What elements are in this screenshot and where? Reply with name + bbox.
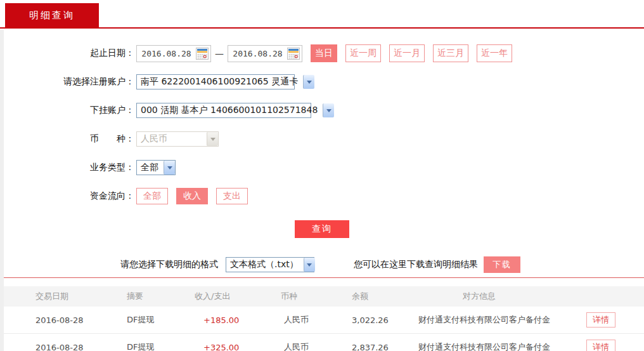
query-button[interactable]: 查询 — [295, 220, 349, 238]
quick-range-quarter-button[interactable]: 近三月 — [433, 44, 468, 62]
sub-account-label: 下挂账户： — [0, 105, 134, 116]
chevron-down-icon[interactable] — [164, 161, 175, 175]
cell-currency: 人民币 — [281, 341, 352, 351]
table-row: 2016-08-28 DF提现 +185.00 人民币 3,022.26 财付通… — [0, 307, 644, 334]
download-format-label: 请您选择下载明细的格式 — [120, 259, 218, 270]
business-type-row: 业务类型： 全部 — [0, 159, 644, 176]
register-account-value: 南平 6222001406100921065 灵通卡 — [137, 75, 303, 89]
detail-button[interactable]: 详情 — [586, 312, 615, 328]
cell-summary: DF提现 — [127, 341, 195, 351]
cell-currency: 人民币 — [281, 314, 352, 326]
cell-amount: +325.00 — [195, 343, 281, 351]
start-date-value: 2016.08.28 — [137, 49, 196, 58]
cell-counterparty: 财付通支付科技有限公司客户备付金 — [418, 341, 583, 351]
header-amount: 收入/支出 — [195, 291, 281, 302]
tab-bar: 明细查询 — [0, 0, 644, 29]
cell-balance: 3,022.26 — [352, 315, 418, 325]
header-summary: 摘要 — [127, 291, 195, 302]
start-date-input[interactable]: 2016.08.28 — [136, 45, 211, 62]
cell-action: 详情 — [583, 312, 644, 328]
download-row: 请您选择下载明细的格式 文本格式（.txt） 您可以在这里下载查询明细结果 下载 — [0, 256, 644, 273]
cell-amount: +185.00 — [195, 315, 281, 325]
table-header-row: 交易日期 摘要 收入/支出 币种 余额 对方信息 — [0, 286, 644, 307]
download-hint: 您可以在这里下载查询明细结果 — [354, 259, 478, 270]
calendar-icon[interactable] — [287, 48, 300, 60]
quick-range-week-button[interactable]: 近一周 — [345, 44, 381, 62]
download-button[interactable]: 下载 — [484, 256, 520, 273]
currency-select: 人民币 — [136, 131, 219, 147]
currency-label: 币 种： — [0, 133, 134, 145]
calendar-icon[interactable] — [196, 48, 209, 60]
chevron-down-icon[interactable] — [323, 103, 334, 117]
business-type-select[interactable]: 全部 — [136, 160, 176, 175]
header-counterparty: 对方信息 — [418, 291, 583, 302]
quick-range-month-button[interactable]: 近一月 — [389, 44, 425, 62]
end-date-input[interactable]: 2016.08.28 — [228, 45, 302, 62]
detail-button[interactable]: 详情 — [586, 340, 615, 351]
tab-label: 明细查询 — [29, 10, 75, 22]
sub-account-row: 下挂账户： 000 活期 基本户 1406600101102571848 — [0, 102, 644, 119]
fund-flow-income-button[interactable]: 收入 — [176, 188, 208, 204]
header-date: 交易日期 — [0, 291, 127, 302]
sub-account-value: 000 活期 基本户 1406600101102571848 — [137, 103, 323, 117]
chevron-down-icon — [207, 132, 218, 146]
download-format-value: 文本格式（.txt） — [226, 258, 304, 272]
header-balance: 余额 — [352, 291, 418, 302]
sub-account-select[interactable]: 000 活期 基本户 1406600101102571848 — [136, 103, 311, 118]
register-account-label: 请选择注册账户： — [0, 76, 134, 88]
date-range-label: 起止日期： — [0, 48, 134, 59]
fund-flow-label: 资金流向： — [0, 190, 134, 202]
register-account-row: 请选择注册账户： 南平 6222001406100921065 灵通卡 — [0, 74, 644, 90]
results-table: 交易日期 摘要 收入/支出 币种 余额 对方信息 2016-08-28 DF提现… — [0, 286, 644, 351]
fund-flow-all-button[interactable]: 全部 — [136, 188, 168, 204]
register-account-select[interactable]: 南平 6222001406100921065 灵通卡 — [136, 74, 295, 89]
query-button-row: 查询 — [0, 220, 644, 238]
fund-flow-row: 资金流向： 全部 收入 支出 — [0, 188, 644, 204]
end-date-value: 2016.08.28 — [228, 49, 287, 58]
header-currency: 币种 — [281, 291, 352, 302]
business-type-value: 全部 — [137, 161, 164, 175]
cell-balance: 2,837.26 — [352, 343, 418, 351]
quick-range-today-button[interactable]: 当日 — [311, 44, 337, 62]
cell-action: 详情 — [583, 340, 644, 351]
date-range-row: 起止日期： 2016.08.28 — 2016.08.28 — [0, 45, 644, 62]
fund-flow-expense-button[interactable]: 支出 — [216, 188, 248, 204]
table-row: 2016-08-28 DF提现 +325.00 人民币 2,837.26 财付通… — [0, 334, 644, 351]
business-type-label: 业务类型： — [0, 162, 134, 173]
query-form: 起止日期： 2016.08.28 — 2016.08.28 — [0, 29, 644, 278]
quick-range-year-button[interactable]: 近一年 — [477, 44, 512, 62]
cell-date: 2016-08-28 — [0, 315, 127, 325]
download-format-select[interactable]: 文本格式（.txt） — [226, 257, 314, 272]
date-range-separator: — — [215, 48, 224, 58]
currency-row: 币 种： 人民币 — [0, 131, 644, 147]
tab-detail-query[interactable]: 明细查询 — [5, 3, 99, 27]
currency-value: 人民币 — [137, 132, 207, 146]
cell-counterparty: 财付通支付科技有限公司客户备付金 — [418, 314, 583, 326]
cell-summary: DF提现 — [127, 314, 195, 326]
cell-date: 2016-08-28 — [0, 343, 127, 351]
page-left-gutter — [0, 30, 4, 351]
section-divider — [0, 277, 644, 278]
chevron-down-icon[interactable] — [303, 75, 314, 89]
chevron-down-icon[interactable] — [304, 258, 315, 272]
